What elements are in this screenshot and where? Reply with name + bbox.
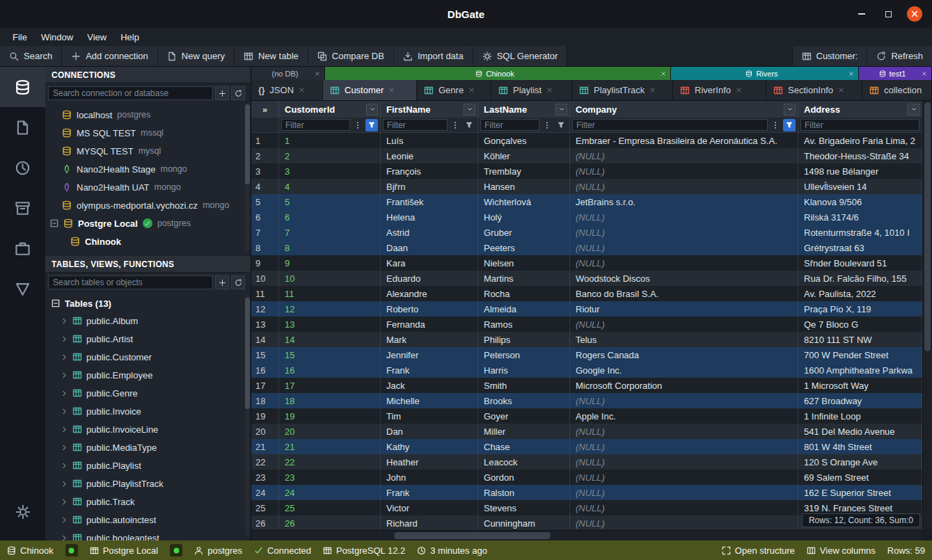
refresh-connections-button[interactable] [231,86,245,100]
cell-firstname-26[interactable]: Richard [381,515,478,531]
filter-input-customerid[interactable] [281,119,350,131]
cell-lastname-5[interactable]: Wichterlová [478,194,570,209]
row-number-9[interactable]: 9 [251,255,279,271]
cell-customerid-2[interactable]: 2 [279,148,381,163]
tab-close-icon[interactable] [848,71,854,77]
sidebar-settings-button[interactable] [0,492,45,532]
toolbar-button-import-data[interactable]: Import data [394,46,473,66]
cell-company-19[interactable]: Apple Inc. [570,408,798,424]
row-number-13[interactable]: 13 [251,317,279,332]
cell-lastname-22[interactable]: Leacock [478,454,570,470]
filter-funnel-button[interactable] [555,119,567,131]
menu-item-file[interactable]: File [6,31,34,44]
column-menu-button[interactable] [366,104,378,115]
cell-company-26[interactable]: (NULL) [570,515,798,531]
cell-firstname-18[interactable]: Michelle [381,393,478,408]
toolbar-button-refresh[interactable]: Refresh [867,46,932,66]
cell-customerid-20[interactable]: 20 [279,424,381,439]
cell-address-19[interactable]: 1 Infinite Loop [798,408,922,424]
filter-funnel-button[interactable] [783,119,796,131]
table-item-public-booleantest[interactable]: public.booleantest [45,529,251,541]
cell-lastname-19[interactable]: Goyer [478,408,570,424]
cell-firstname-16[interactable]: Frank [381,362,478,378]
column-menu-button[interactable] [908,104,919,115]
cell-firstname-4[interactable]: Bjřrn [381,179,478,194]
menu-item-view[interactable]: View [80,31,113,44]
sidebar-database-button[interactable] [0,67,45,107]
grid-row-23[interactable]: 2323JohnGordon(NULL)69 Salem Street [251,470,922,485]
toolbar-button-new-query[interactable]: New query [158,46,235,66]
cell-customerid-25[interactable]: 25 [279,500,381,515]
status-item-view-columns[interactable]: View columns [807,545,876,556]
tab-close-icon[interactable] [736,87,742,93]
row-number-15[interactable]: 15 [251,347,279,362]
tab-playlist[interactable]: Playlist [491,80,572,100]
cell-firstname-3[interactable]: François [381,163,478,179]
column-header-customerid[interactable]: CustomerId [279,101,381,118]
cell-company-23[interactable]: (NULL) [570,470,798,485]
row-number-16[interactable]: 16 [251,362,279,378]
cell-customerid-11[interactable]: 11 [279,286,381,301]
tab-close-icon[interactable] [838,87,844,93]
filter-input-firstname[interactable] [383,119,448,131]
cell-company-3[interactable]: (NULL) [570,163,798,179]
grid-row-9[interactable]: 99KaraNielsen(NULL)Sřnder Boulevard 51 [251,255,922,271]
tables-group-row[interactable]: Tables (13) [45,295,251,312]
toolbar-button-compare-db[interactable]: Compare DB [308,46,394,66]
connection-postgre-local[interactable]: Postgre Localpostgres [45,214,251,232]
tab-close-icon[interactable] [315,71,320,77]
tab-sectioninfo[interactable]: SectionInfo [766,80,862,100]
cell-address-16[interactable]: 1600 Amphitheatre Parkwa [798,362,922,378]
cell-lastname-18[interactable]: Brooks [478,393,570,408]
cell-address-2[interactable]: Theodor-Heuss-Straße 34 [798,148,922,163]
table-item-public-employee[interactable]: public.Employee [45,366,251,384]
cell-firstname-21[interactable]: Kathy [381,439,478,454]
cell-address-9[interactable]: Sřnder Boulevard 51 [798,255,922,271]
table-item-public-autoinctest[interactable]: public.autoinctest [45,511,251,529]
cell-company-9[interactable]: (NULL) [570,255,798,271]
grid-row-17[interactable]: 1717JackSmithMicrosoft Corporation1 Micr… [251,378,922,393]
cell-firstname-14[interactable]: Mark [381,332,478,347]
cell-address-11[interactable]: Av. Paulista, 2022 [798,286,922,301]
connection-nano2health-stage[interactable]: Nano2Health Stagemongo [45,160,251,178]
cell-firstname-25[interactable]: Victor [381,500,478,515]
row-number-6[interactable]: 6 [251,209,279,225]
database-tab-chinook[interactable]: Chinook [325,67,671,80]
cell-customerid-18[interactable]: 18 [279,393,381,408]
connections-scrollbar[interactable] [245,104,250,250]
cell-company-11[interactable]: Banco do Brasil S.A. [570,286,798,301]
cell-address-3[interactable]: 1498 rue Bélanger [798,163,922,179]
cell-company-22[interactable]: (NULL) [570,454,798,470]
cell-customerid-15[interactable]: 15 [279,347,381,362]
cell-lastname-2[interactable]: Köhler [478,148,570,163]
tab-json[interactable]: {}JSON [251,80,323,100]
cell-customerid-16[interactable]: 16 [279,362,381,378]
connection-localhost[interactable]: localhostpostgres [45,106,251,124]
row-number-20[interactable]: 20 [251,424,279,439]
tab-close-icon[interactable] [922,71,927,77]
cell-firstname-8[interactable]: Daan [381,240,478,255]
filter-menu-button[interactable] [769,119,782,131]
cell-customerid-13[interactable]: 13 [279,317,381,332]
grid-row-12[interactable]: 1212RobertoAlmeidaRioturPraça Pio X, 119 [251,301,922,317]
sidebar-archive-button[interactable] [0,188,45,228]
cell-company-24[interactable]: (NULL) [570,485,798,500]
filter-input-company[interactable] [572,119,768,131]
toolbar-button-customer[interactable]: Customer: [792,46,867,66]
row-number-26[interactable]: 26 [251,515,279,531]
cell-firstname-19[interactable]: Tim [381,408,478,424]
toolbar-button-new-table[interactable]: New table [235,46,308,66]
cell-lastname-3[interactable]: Tremblay [478,163,570,179]
row-number-12[interactable]: 12 [251,301,279,317]
grid-row-18[interactable]: 1818MichelleBrooks(NULL)627 Broadway [251,393,922,408]
cell-address-6[interactable]: Rilská 3174/6 [798,209,922,225]
tables-search-input[interactable] [48,275,213,289]
filter-funnel-button[interactable] [463,119,475,131]
refresh-tables-button[interactable] [231,275,245,289]
row-number-21[interactable]: 21 [251,439,279,454]
column-header-company[interactable]: Company [570,101,798,118]
cell-company-2[interactable]: (NULL) [570,148,798,163]
cell-customerid-9[interactable]: 9 [279,255,381,271]
add-table-small-button[interactable] [215,275,229,289]
grid-row-19[interactable]: 1919TimGoyerApple Inc.1 Infinite Loop [251,408,922,424]
